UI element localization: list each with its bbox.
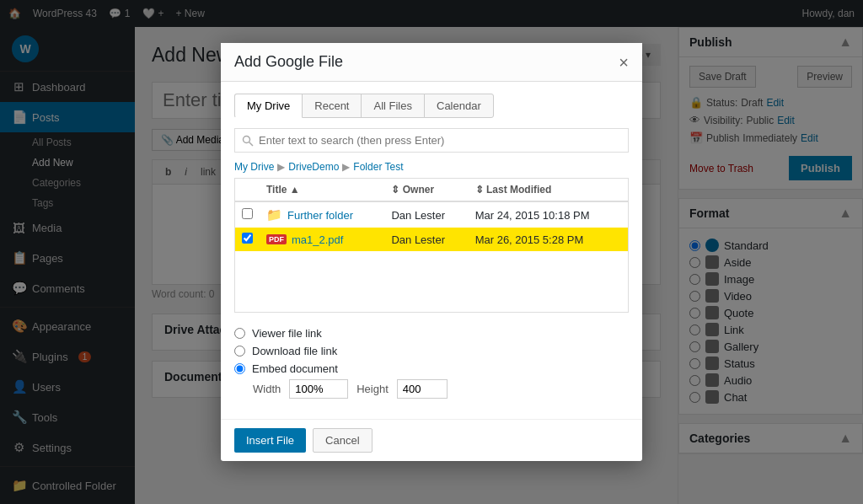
modal-body: My Drive Recent All Files Calendar My Dr… xyxy=(221,82,642,419)
viewer-label: Viewer file link xyxy=(252,327,322,340)
add-google-file-modal: Add Google File × My Drive Recent All Fi… xyxy=(221,43,642,461)
checkbox-pdf[interactable] xyxy=(242,233,253,244)
embed-width-input[interactable] xyxy=(289,379,348,399)
tab-calendar[interactable]: Calendar xyxy=(424,94,494,118)
tab-all-files[interactable]: All Files xyxy=(361,94,425,118)
breadcrumb-sep-1: ▶ xyxy=(277,161,285,173)
breadcrumb-folder-test[interactable]: Folder Test xyxy=(353,161,403,173)
col-title: Title ▲ xyxy=(260,179,384,201)
file-modified-pdf: Mar 26, 2015 5:28 PM xyxy=(469,228,628,251)
file-link-pdf[interactable]: ma1_2.pdf xyxy=(292,233,343,246)
folder-icon: 📁 xyxy=(266,207,282,223)
breadcrumb-my-drive[interactable]: My Drive xyxy=(234,161,274,173)
modal-footer: Insert File Cancel xyxy=(221,419,642,461)
viewer-radio[interactable] xyxy=(234,328,245,339)
col-check xyxy=(235,179,260,201)
embed-height-input[interactable] xyxy=(397,379,448,399)
pdf-icon: PDF xyxy=(266,234,287,244)
viewer-file-link-option[interactable]: Viewer file link xyxy=(234,324,629,342)
modal-close-button[interactable]: × xyxy=(619,54,629,71)
modal-overlay[interactable]: Add Google File × My Drive Recent All Fi… xyxy=(0,0,863,504)
embed-document-option[interactable]: Embed document xyxy=(234,360,629,378)
tab-my-drive[interactable]: My Drive xyxy=(234,94,303,118)
file-owner-folder: Dan Lester xyxy=(384,201,468,228)
file-name-cell-pdf: PDF ma1_2.pdf xyxy=(260,228,384,251)
file-breadcrumb: My Drive ▶ DriveDemo ▶ Folder Test xyxy=(234,161,629,173)
file-link-folder[interactable]: Further folder xyxy=(287,209,353,222)
file-table-container: Title ▲ ⇕ Owner ⇕ Last Modified xyxy=(234,178,629,313)
insert-file-button[interactable]: Insert File xyxy=(234,428,306,453)
modal-title: Add Google File xyxy=(234,53,343,71)
embed-height-label: Height xyxy=(356,383,389,395)
embed-width-label: Width xyxy=(253,383,281,395)
breadcrumb-sep-2: ▶ xyxy=(342,161,350,173)
table-row[interactable]: 📁 Further folder Dan Lester Mar 24, 2015… xyxy=(235,201,628,228)
cancel-button[interactable]: Cancel xyxy=(313,428,372,453)
embed-options: Width Height xyxy=(253,379,629,399)
col-modified: ⇕ Last Modified xyxy=(469,179,628,201)
sort-arrow-icon: ▲ xyxy=(290,184,300,196)
modal-radio-group: Viewer file link Download file link Embe… xyxy=(234,324,629,399)
download-label: Download file link xyxy=(252,345,337,357)
breadcrumb-drive-demo[interactable]: DriveDemo xyxy=(288,161,339,173)
file-modified-folder: Mar 24, 2015 10:18 PM xyxy=(469,201,628,228)
table-row[interactable]: PDF ma1_2.pdf Dan Lester Mar 26, 2015 5:… xyxy=(235,228,628,251)
row-check-folder[interactable] xyxy=(235,201,260,228)
download-file-link-option[interactable]: Download file link xyxy=(234,342,629,360)
embed-radio[interactable] xyxy=(234,363,245,374)
file-owner-pdf: Dan Lester xyxy=(384,228,468,251)
checkbox-folder[interactable] xyxy=(242,208,253,219)
modal-tabs: My Drive Recent All Files Calendar xyxy=(234,94,629,118)
file-name-cell-folder: 📁 Further folder xyxy=(260,201,384,228)
embed-label: Embed document xyxy=(252,362,338,375)
modal-header: Add Google File × xyxy=(221,43,642,82)
table-header-row: Title ▲ ⇕ Owner ⇕ Last Modified xyxy=(235,179,628,201)
download-radio[interactable] xyxy=(234,346,245,357)
col-owner: ⇕ Owner xyxy=(384,179,468,201)
file-table: Title ▲ ⇕ Owner ⇕ Last Modified xyxy=(235,179,628,251)
modal-search-input[interactable] xyxy=(234,128,629,153)
row-check-pdf[interactable] xyxy=(235,228,260,251)
tab-recent[interactable]: Recent xyxy=(302,94,362,118)
